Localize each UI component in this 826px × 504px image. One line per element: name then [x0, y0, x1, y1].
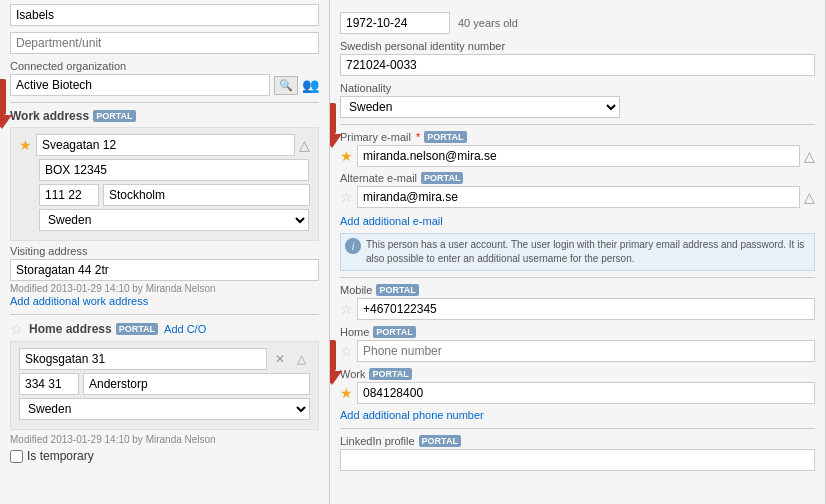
work-address-star[interactable]: ★ [19, 137, 32, 153]
work-address-city-input[interactable]: Stockholm [103, 184, 310, 206]
alt-email-warn: △ [804, 189, 815, 205]
mobile-label: Mobile [340, 284, 372, 296]
nationality-select[interactable]: Sweden [340, 96, 620, 118]
linkedin-label: LinkedIn profile [340, 435, 415, 447]
personal-id-input[interactable]: 721024-0033 [340, 54, 815, 76]
work-phone-portal-badge: PORTAL [369, 368, 411, 380]
home-address-warn: △ [292, 350, 310, 368]
mobile-star[interactable]: ☆ [340, 301, 353, 317]
home-address-city-input[interactable]: Anderstorp [83, 373, 310, 395]
alt-email-input[interactable]: miranda@mira.se [357, 186, 800, 208]
visiting-address-input[interactable]: Storagatan 44 2tr [10, 259, 319, 281]
is-temporary-checkbox[interactable] [10, 450, 23, 463]
work-phone-input[interactable]: 084128400 [357, 382, 815, 404]
home-address-star[interactable]: ☆ [10, 321, 23, 337]
is-temporary-label: Is temporary [27, 449, 94, 463]
nationality-label: Nationality [340, 82, 391, 94]
department-input[interactable] [10, 32, 319, 54]
work-address-zip-input[interactable]: 111 22 [39, 184, 99, 206]
connected-org-input[interactable]: Active Biotech [10, 74, 270, 96]
search-org-button[interactable]: 🔍 [274, 76, 298, 95]
add-phone-link[interactable]: Add additional phone number [340, 409, 484, 421]
work-address-warn1: △ [299, 137, 310, 153]
primary-email-input[interactable]: miranda.nelson@mira.se [357, 145, 800, 167]
add-org-icon[interactable]: 👥 [302, 77, 319, 93]
work-address-country-select[interactable]: Sweden [39, 209, 309, 231]
primary-email-warn: △ [804, 148, 815, 164]
work-modified-text: Modified 2013-01-29 14:10 by Miranda Nel… [10, 283, 319, 294]
add-email-link[interactable]: Add additional e-mail [340, 215, 443, 227]
add-co-link[interactable]: Add C/O [164, 323, 206, 335]
home-address-country-select[interactable]: Sweden [19, 398, 310, 420]
alt-email-portal-badge: PORTAL [421, 172, 463, 184]
home-address-zip-input[interactable]: 334 31 [19, 373, 79, 395]
visiting-address-label: Visiting address [10, 245, 87, 257]
home-address-line1-input[interactable]: Skogsgatan 31 [19, 348, 267, 370]
info-icon: i [345, 238, 361, 254]
home-phone-input[interactable] [357, 340, 815, 362]
connected-org-label: Connected organization [10, 60, 126, 72]
alt-email-label: Alternate e-mail [340, 172, 417, 184]
primary-email-required: * [416, 131, 420, 143]
mobile-portal-badge: PORTAL [376, 284, 418, 296]
work-address-section-title: Work address PORTAL [10, 109, 319, 123]
name-input[interactable]: Isabels [10, 4, 319, 26]
home-address-clear-icon[interactable]: ✕ [271, 350, 289, 368]
home-address-portal-badge: PORTAL [116, 323, 158, 335]
work-address-portal-badge: PORTAL [93, 110, 135, 122]
add-work-address-link[interactable]: Add additional work address [10, 295, 148, 307]
work-phone-label: Work [340, 368, 365, 380]
personal-id-label: Swedish personal identity number [340, 40, 505, 52]
home-modified-text: Modified 2013-01-29 14:10 by Miranda Nel… [10, 434, 319, 445]
home-address-section-title: Home address PORTAL [29, 322, 158, 336]
alt-email-star[interactable]: ☆ [340, 189, 353, 205]
linkedin-portal-badge: PORTAL [419, 435, 461, 447]
info-text: This person has a user account. The user… [366, 238, 810, 266]
work-phone-star[interactable]: ★ [340, 385, 353, 401]
age-text: 40 years old [458, 17, 518, 29]
home-phone-portal-badge: PORTAL [373, 326, 415, 338]
primary-email-label: Primary e-mail [340, 131, 411, 143]
home-phone-label: Home [340, 326, 369, 338]
work-address-line1-input[interactable]: Sveagatan 12 [36, 134, 295, 156]
primary-email-portal-badge: PORTAL [424, 131, 466, 143]
left-red-arrow [0, 79, 12, 129]
work-address-line2-input[interactable]: BOX 12345 [39, 159, 309, 181]
primary-email-star[interactable]: ★ [340, 148, 353, 164]
right-red-arrow-2 [330, 340, 342, 385]
right-red-arrow-1 [330, 103, 342, 148]
dob-input[interactable]: 1972-10-24 [340, 12, 450, 34]
mobile-input[interactable]: +4670122345 [357, 298, 815, 320]
linkedin-input[interactable]: linkedin.com/profile/mirandanelson [340, 449, 815, 471]
